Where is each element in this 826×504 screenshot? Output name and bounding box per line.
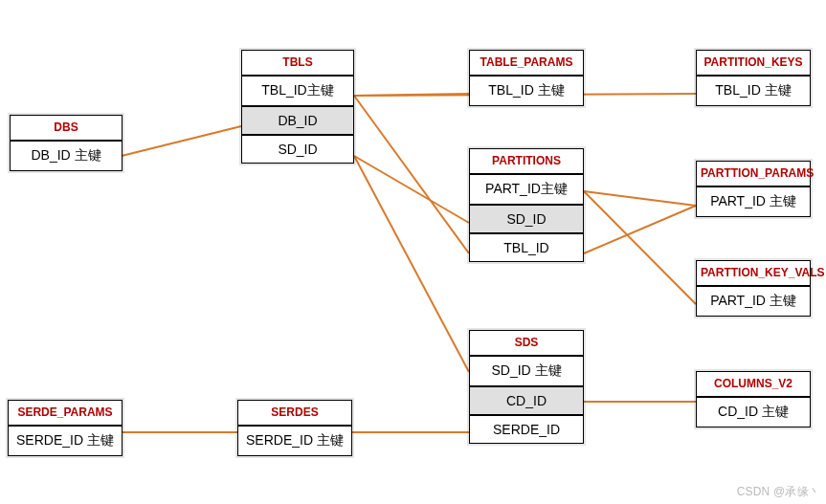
entity-row: TBL_ID 主键 <box>469 76 584 106</box>
svg-line-5 <box>354 156 469 372</box>
entity-sds: SDS SD_ID 主键 CD_ID SERDE_ID <box>469 330 584 444</box>
entity-row: SD_ID <box>241 135 354 164</box>
entity-row: SD_ID 主键 <box>469 356 584 386</box>
entity-header: PARTITION_KEYS <box>696 50 811 76</box>
entity-row: CD_ID <box>469 386 584 415</box>
entity-row: TBL_ID <box>469 233 584 262</box>
svg-line-7 <box>584 191 696 304</box>
entity-header: PARTTION_KEY_VALS <box>696 260 811 286</box>
entity-row: PART_ID 主键 <box>696 286 811 317</box>
entity-row: CD_ID 主键 <box>696 397 811 427</box>
entity-header: COLUMNS_V2 <box>696 371 811 397</box>
entity-row: TBL_ID 主键 <box>696 76 811 106</box>
entity-header: DBS <box>10 115 123 141</box>
entity-partitions: PARTITIONS PART_ID主键 SD_ID TBL_ID <box>469 148 584 262</box>
entity-header: TBLS <box>241 50 354 76</box>
entity-row: SERDE_ID 主键 <box>8 426 123 456</box>
entity-parttion-params: PARTTION_PARAMS PART_ID 主键 <box>696 161 811 217</box>
entity-row: SD_ID <box>469 205 584 233</box>
entity-header: SERDE_PARAMS <box>8 400 123 426</box>
entity-partition-keys: PARTITION_KEYS TBL_ID 主键 <box>696 50 811 106</box>
svg-line-0 <box>122 126 241 156</box>
svg-line-4 <box>354 156 469 223</box>
entity-header: TABLE_PARAMS <box>469 50 584 76</box>
entity-serdes: SERDES SERDE_ID 主键 <box>237 400 352 456</box>
svg-line-8 <box>584 206 696 253</box>
svg-line-3 <box>354 96 469 253</box>
diagram-canvas: DBS DB_ID 主键 TBLS TBL_ID主键 DB_ID SD_ID T… <box>0 0 826 504</box>
entity-header: PARTITIONS <box>469 148 584 174</box>
entity-row: DB_ID 主键 <box>10 141 123 171</box>
svg-line-6 <box>584 191 696 206</box>
entity-header: SDS <box>469 330 584 356</box>
entity-table-params: TABLE_PARAMS TBL_ID 主键 <box>469 50 584 106</box>
entity-row: DB_ID <box>241 106 354 135</box>
entity-row: PART_ID主键 <box>469 174 584 205</box>
entity-header: SERDES <box>237 400 352 426</box>
entity-row: TBL_ID主键 <box>241 76 354 106</box>
entity-columns-v2: COLUMNS_V2 CD_ID 主键 <box>696 371 811 427</box>
entity-header: PARTTION_PARAMS <box>696 161 811 186</box>
entity-tbls: TBLS TBL_ID主键 DB_ID SD_ID <box>241 50 354 164</box>
entity-serde-params: SERDE_PARAMS SERDE_ID 主键 <box>8 400 123 456</box>
entity-parttion-key-vals: PARTTION_KEY_VALS PART_ID 主键 <box>696 260 811 317</box>
entity-row: PART_ID 主键 <box>696 186 811 217</box>
entity-dbs: DBS DB_ID 主键 <box>10 115 123 171</box>
entity-row: SERDE_ID <box>469 415 584 444</box>
entity-row: SERDE_ID 主键 <box>237 426 352 456</box>
watermark-text: CSDN @承缘丶 <box>737 484 820 500</box>
svg-line-1 <box>354 94 469 96</box>
